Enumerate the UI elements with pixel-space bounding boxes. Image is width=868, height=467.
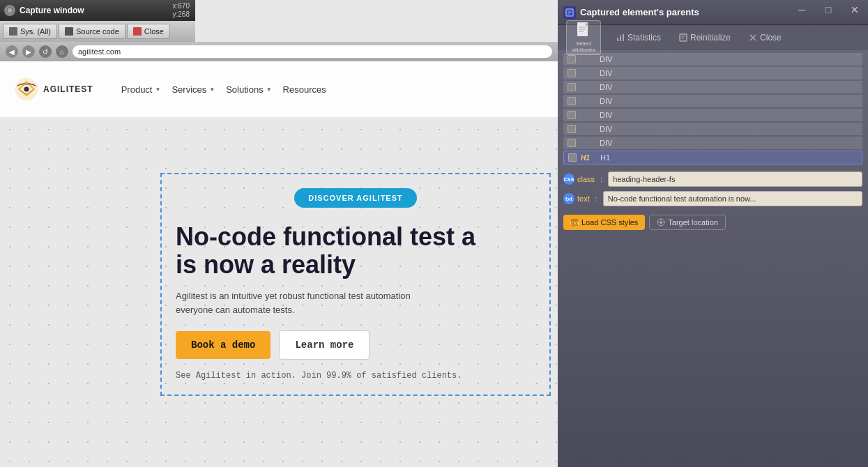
nav-services-arrow: ▼ xyxy=(209,86,215,93)
nav-link-services[interactable]: Services ▼ xyxy=(172,84,215,95)
maximize-button[interactable]: ✕ xyxy=(842,0,868,20)
refresh-button[interactable]: ↺ xyxy=(39,45,52,58)
div-checkbox-4[interactable] xyxy=(568,97,576,105)
title-bar-icon xyxy=(4,5,15,16)
statistics-icon xyxy=(616,33,625,42)
close-toolbar-button[interactable]: Close xyxy=(127,24,170,39)
attr-class-colon: : xyxy=(600,175,602,183)
div-item-4[interactable]: DIV xyxy=(563,95,862,107)
title-bar-coords: x:670 y:268 xyxy=(173,2,190,19)
sys-all-button[interactable]: Sys. (All) xyxy=(3,24,57,39)
nav-link-product[interactable]: Product ▼ xyxy=(121,84,161,95)
satisfied-text: See Agilitest in action. Join 99.9% of s… xyxy=(176,371,535,381)
hero-subtitle: Agilitest is an intuitive yet robust fun… xyxy=(176,289,535,316)
discover-button[interactable]: DISCOVER AGILITEST xyxy=(294,188,417,208)
svg-rect-11 xyxy=(617,38,618,41)
div-checkbox-1[interactable] xyxy=(568,55,576,63)
div-checkbox-6[interactable] xyxy=(568,125,576,133)
forward-button[interactable]: ▶ xyxy=(22,45,35,58)
back-button[interactable]: ◀ xyxy=(6,45,18,58)
h1-label: H1 xyxy=(600,153,610,162)
learn-more-label: Learn more xyxy=(295,339,353,351)
attr-class-row: css class : xyxy=(563,170,862,188)
tab-reinitialize-label: Reinitialize xyxy=(690,33,731,43)
div-checkbox-5[interactable] xyxy=(568,111,576,119)
nav-logo-text: AGILITEST xyxy=(43,84,93,94)
div-label-1: DIV xyxy=(600,55,612,63)
div-label-7: DIV xyxy=(600,139,612,147)
div-item-7[interactable]: DIV xyxy=(563,137,862,149)
tab-close-label: Close xyxy=(760,33,782,43)
panel-tab-bar: Selectattributes Statistics Reinitialize xyxy=(558,25,868,50)
panel-items-list: DIV DIV DIV DIV DIV DIV xyxy=(558,50,868,167)
hero-sub-text2: everyone can automate tests. xyxy=(176,305,295,315)
address-text: agilitest.com xyxy=(78,47,121,56)
panel-bottom-buttons: CSS Load CSS styles Target location xyxy=(558,210,868,234)
div-item-3[interactable]: DIV xyxy=(563,81,862,93)
div-label-3: DIV xyxy=(600,83,612,91)
tab-close[interactable]: Close xyxy=(740,30,790,45)
svg-rect-14 xyxy=(680,34,687,41)
website-content: AGILITEST Product ▼ Services ▼ Solutions… xyxy=(0,61,558,467)
h1-checkbox[interactable] xyxy=(568,153,577,162)
agilitest-logo-icon xyxy=(14,77,39,102)
browser-area: ◀ ▶ ↺ ⌂ agilitest.com AGILITEST xyxy=(0,0,558,467)
sys-all-label: Sys. (All) xyxy=(20,27,51,36)
div-item-2[interactable]: DIV xyxy=(563,67,862,79)
cta-buttons: Book a demo Learn more xyxy=(176,330,535,360)
source-code-icon xyxy=(65,27,73,36)
hero-heading: No-code functional test a is now a reali… xyxy=(176,223,535,278)
toolbar-bar: Sys. (All) Source code Close xyxy=(0,21,195,42)
div-checkbox-3[interactable] xyxy=(568,83,576,91)
select-attrs-label: Selectattributes xyxy=(572,41,595,54)
restore-button[interactable]: □ xyxy=(815,0,842,20)
svg-point-0 xyxy=(7,8,13,13)
nav-link-resources-label: Resources xyxy=(283,84,326,95)
learn-more-button[interactable]: Learn more xyxy=(279,330,370,360)
source-code-label: Source code xyxy=(76,27,119,36)
nav-product-arrow: ▼ xyxy=(155,86,160,93)
load-css-label: Load CSS styles xyxy=(581,218,638,227)
close-toolbar-icon xyxy=(133,27,142,36)
div-item-1[interactable]: DIV xyxy=(563,53,862,66)
reinitialize-icon xyxy=(679,33,687,42)
panel-close-icon xyxy=(749,33,757,42)
minimize-button[interactable]: ─ xyxy=(789,0,815,20)
tab-statistics-label: Statistics xyxy=(627,33,661,43)
load-css-button[interactable]: CSS Load CSS styles xyxy=(563,215,645,230)
target-icon xyxy=(657,218,665,227)
css-icon: css xyxy=(563,174,574,185)
h1-tag-abbr: H1 xyxy=(581,154,596,162)
h1-item[interactable]: H1 H1 xyxy=(563,151,862,164)
tab-statistics[interactable]: Statistics xyxy=(608,30,669,45)
browser-address-bar: ◀ ▶ ↺ ⌂ agilitest.com xyxy=(0,42,558,61)
div-checkbox-2[interactable] xyxy=(568,69,576,77)
svg-point-2 xyxy=(24,86,29,91)
nav-solutions-arrow: ▼ xyxy=(266,86,272,93)
svg-rect-13 xyxy=(623,34,624,41)
book-demo-button[interactable]: Book a demo xyxy=(176,331,271,359)
div-item-5[interactable]: DIV xyxy=(563,109,862,121)
select-attrs-icon[interactable]: Selectattributes xyxy=(566,20,601,55)
attr-text-colon: : xyxy=(595,194,597,203)
attr-class-input[interactable] xyxy=(608,171,862,187)
hero-heading-line2: is now a reality xyxy=(176,250,356,279)
nav-bar: AGILITEST Product ▼ Services ▼ Solutions… xyxy=(0,61,558,117)
attr-text-input[interactable] xyxy=(603,191,862,206)
div-label-4: DIV xyxy=(600,97,612,105)
sys-all-icon xyxy=(9,27,17,36)
address-input[interactable]: agilitest.com xyxy=(73,45,552,58)
nav-link-product-label: Product xyxy=(121,84,153,95)
target-location-button[interactable]: Target location xyxy=(649,215,726,230)
title-bar: Capture window x:670 y:268 xyxy=(0,0,195,21)
div-label-6: DIV xyxy=(600,125,612,133)
discover-btn-label: DISCOVER AGILITEST xyxy=(308,194,403,202)
attr-class-label: class xyxy=(577,175,595,183)
nav-link-solutions[interactable]: Solutions ▼ xyxy=(226,84,271,95)
source-code-button[interactable]: Source code xyxy=(59,24,125,39)
div-checkbox-7[interactable] xyxy=(568,139,576,147)
div-item-6[interactable]: DIV xyxy=(563,123,862,135)
tab-reinitialize[interactable]: Reinitialize xyxy=(671,30,739,45)
home-button[interactable]: ⌂ xyxy=(56,45,68,58)
nav-link-resources[interactable]: Resources xyxy=(283,84,326,95)
